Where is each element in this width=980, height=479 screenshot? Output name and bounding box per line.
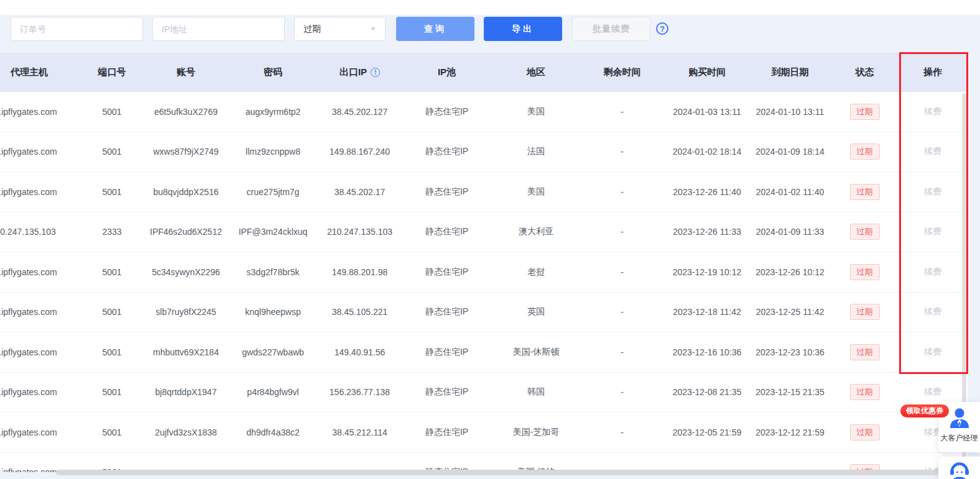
cell-value: 静态住宅IP bbox=[425, 226, 468, 237]
column-header-password: 密码 bbox=[229, 53, 317, 92]
status-badge: 过期 bbox=[850, 424, 880, 440]
cell-ip_pool: 静态住宅IP bbox=[402, 212, 491, 252]
cell-value: .ipflygates.com bbox=[0, 387, 57, 397]
cell-host: .ipflygates.com bbox=[0, 92, 81, 132]
ip-address-input[interactable] bbox=[152, 17, 285, 41]
cell-value: 5001 bbox=[102, 427, 121, 437]
cell-value: 2024-01-09 18:14 bbox=[756, 147, 825, 157]
renew-link[interactable]: 续费 bbox=[924, 146, 941, 157]
cell-value: 静态住宅IP bbox=[425, 427, 468, 438]
cell-password: s3dg2f78br5k bbox=[229, 252, 317, 292]
cell-value: 美国 bbox=[527, 106, 545, 117]
cell-value: - bbox=[621, 347, 624, 357]
cell-value: 2023-12-15 21:35 bbox=[756, 387, 825, 397]
cell-value: 2333 bbox=[102, 227, 121, 237]
table-row: .ipflygates.com5001wxws87f9jX2749llmz9zc… bbox=[0, 132, 968, 173]
status-select[interactable]: 过期 ▼ bbox=[294, 17, 386, 41]
cell-exit_ip: 38.45.202.17 bbox=[317, 172, 402, 212]
cell-region: 美国 bbox=[491, 92, 581, 132]
status-badge: 过期 bbox=[850, 224, 880, 240]
table-row: .ipflygates.com5001mhbuttv69X2184gwds227… bbox=[0, 332, 968, 373]
cell-remaining: - bbox=[581, 413, 663, 452]
cell-value: 静态住宅IP bbox=[425, 306, 468, 317]
cell-status: 过期 bbox=[830, 172, 900, 212]
column-header-label: 地区 bbox=[527, 66, 545, 78]
table-body: .ipflygates.com5001e6t5ufk3uX2769augx9yr… bbox=[0, 92, 968, 472]
batch-renew-button[interactable]: 批量续费 bbox=[572, 17, 650, 41]
cell-host: .ipflygates.com bbox=[0, 132, 81, 172]
info-icon[interactable]: ! bbox=[371, 68, 380, 77]
cell-value: dh9dfr4a38c2 bbox=[246, 427, 300, 437]
column-header-label: IP池 bbox=[438, 66, 456, 78]
order-number-input[interactable] bbox=[11, 17, 143, 41]
coupon-badge[interactable]: 领取优惠券 bbox=[900, 404, 949, 417]
renew-link[interactable]: 续费 bbox=[924, 386, 941, 398]
cell-action: 续费 bbox=[900, 293, 966, 332]
cell-ip_pool: 静态住宅IP bbox=[402, 293, 491, 332]
renew-link[interactable]: 续费 bbox=[924, 347, 941, 358]
cell-value: IPF46s2ud6X2512 bbox=[150, 227, 222, 237]
cell-value: 0.247.135.103 bbox=[0, 227, 56, 237]
cell-value: mhbuttv69X2184 bbox=[153, 347, 219, 357]
cell-port: 5001 bbox=[81, 132, 143, 172]
column-header-label: 状态 bbox=[856, 66, 874, 78]
cell-value: gwds227wbawb bbox=[242, 347, 304, 357]
headset-agent-icon bbox=[946, 459, 973, 479]
cell-buy_time: 2023-12-26 11:33 bbox=[663, 212, 751, 252]
cell-value: 静态住宅IP bbox=[425, 186, 468, 198]
cell-exit_ip: 149.88.167.240 bbox=[317, 132, 402, 172]
status-badge: 过期 bbox=[850, 144, 880, 160]
horizontal-scrollbar[interactable] bbox=[56, 470, 938, 475]
cell-action: 续费 bbox=[900, 332, 966, 372]
cell-value: 静态住宅IP bbox=[425, 267, 468, 278]
cell-ip_pool: 静态住宅IP bbox=[402, 332, 491, 372]
query-button[interactable]: 查询 bbox=[396, 17, 474, 41]
renew-link[interactable]: 续费 bbox=[924, 186, 941, 198]
cell-buy_time: 2023-12-26 11:40 bbox=[663, 172, 751, 212]
cell-status: 过期 bbox=[830, 293, 900, 332]
cell-action: 续费 bbox=[900, 172, 966, 212]
cell-exit_ip: 210.247.135.103 bbox=[317, 212, 402, 252]
cell-value: 静态住宅IP bbox=[425, 146, 468, 157]
renew-link[interactable]: 续费 bbox=[924, 306, 941, 317]
export-button[interactable]: 导出 bbox=[484, 17, 562, 41]
cell-port: 5001 bbox=[81, 172, 143, 212]
column-header-account: 账号 bbox=[143, 53, 229, 92]
cell-remaining: - bbox=[581, 373, 663, 413]
status-badge: 过期 bbox=[850, 264, 880, 280]
table-row: .ipflygates.com5001bu8qvjddpX2516crue275… bbox=[0, 172, 968, 212]
cell-account: bj8qrtddpX1947 bbox=[143, 373, 229, 413]
renew-link[interactable]: 续费 bbox=[924, 267, 941, 278]
cell-password: augx9yrm6tp2 bbox=[229, 92, 317, 132]
column-header-ip_pool: IP池 bbox=[402, 53, 491, 92]
cell-value: 2023-12-18 11:42 bbox=[673, 307, 741, 317]
cell-port: 5001 bbox=[81, 332, 143, 372]
cell-value: 5001 bbox=[102, 267, 121, 277]
cell-host: 0.247.135.103 bbox=[0, 212, 81, 252]
cell-value: 静态住宅IP bbox=[425, 106, 468, 117]
cell-value: crue275jtm7g bbox=[247, 187, 300, 197]
help-icon[interactable]: ? bbox=[656, 22, 668, 35]
cell-action: 续费 bbox=[900, 252, 966, 292]
cell-value: llmz9zcnppw8 bbox=[246, 147, 300, 157]
cell-value: 5c34sywynX2296 bbox=[152, 267, 220, 277]
cell-value: 38.45.212.114 bbox=[332, 427, 387, 437]
cell-port: 5001 bbox=[81, 293, 143, 332]
cell-remaining: - bbox=[581, 293, 663, 332]
cell-status: 过期 bbox=[830, 252, 900, 292]
cell-value: p4r84bgfw9vl bbox=[247, 387, 298, 397]
cell-ip_pool: 静态住宅IP bbox=[402, 373, 491, 413]
cell-value: 老挝 bbox=[527, 267, 545, 278]
cell-status: 过期 bbox=[830, 413, 900, 452]
cell-value: 2024-01-02 18:14 bbox=[673, 147, 742, 157]
cell-ip_pool: 静态住宅IP bbox=[402, 172, 491, 212]
renew-link[interactable]: 续费 bbox=[924, 106, 941, 117]
cell-value: 156.236.77.138 bbox=[330, 387, 390, 397]
proxy-management-page: 过期 ▼ 查询 导出 批量续费 ? 代理主机端口号账号密码出口IP!IP池地区剩… bbox=[0, 0, 980, 479]
customer-service-widget[interactable] bbox=[938, 457, 980, 479]
cell-value: 2ujfvd3zsX1838 bbox=[155, 427, 217, 437]
renew-link[interactable]: 续费 bbox=[924, 226, 941, 237]
column-header-label: 账号 bbox=[177, 66, 195, 78]
cell-exit_ip: 149.40.91.56 bbox=[317, 332, 402, 372]
cell-status: 过期 bbox=[830, 92, 900, 132]
